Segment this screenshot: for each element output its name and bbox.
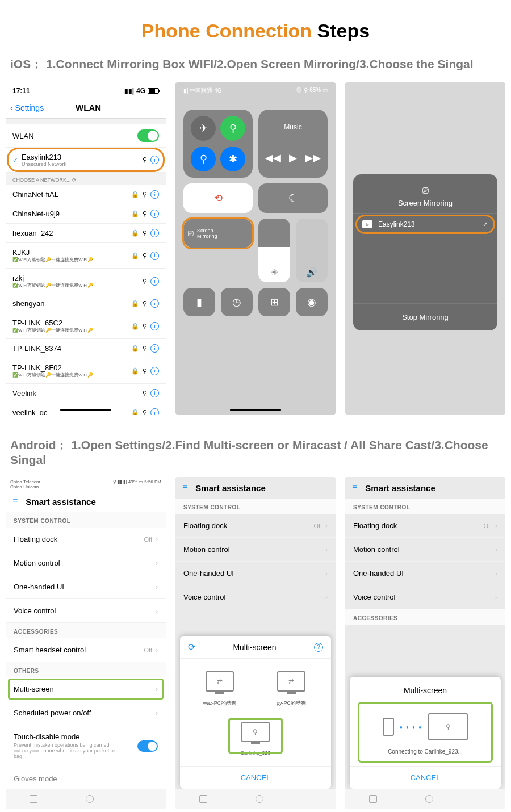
setting-item[interactable]: Gloves mode xyxy=(6,767,166,791)
info-icon[interactable]: i xyxy=(150,252,159,260)
setting-item[interactable]: Motion control› xyxy=(6,551,166,575)
info-icon[interactable]: i xyxy=(150,190,159,199)
setting-item[interactable]: Touch-disable modePrevent mistaken opera… xyxy=(6,725,166,767)
tv-icon: ⚲ xyxy=(428,713,468,740)
volume-slider[interactable]: 🔊 xyxy=(296,219,328,282)
menu-icon[interactable]: ≡ xyxy=(352,483,357,493)
section-header: SYSTEM CONTROL xyxy=(6,512,166,528)
info-icon[interactable]: i xyxy=(150,367,159,375)
menu-icon[interactable]: ≡ xyxy=(182,483,187,493)
device-item[interactable]: ⚲Carlinke_923 xyxy=(225,716,287,759)
calculator-icon[interactable]: ⊞ xyxy=(258,288,290,316)
toggle[interactable] xyxy=(137,740,158,752)
wifi-icon: ⚲ xyxy=(143,191,147,198)
page-title: Phone Connection Steps xyxy=(6,20,505,42)
lock-icon: 🔒 xyxy=(131,229,139,237)
status-bar: China TelecomChina Unicom ⚲ ▮▮ ▮| 43% ▭ … xyxy=(6,477,166,491)
mirror-icon: ⎚ xyxy=(353,185,497,196)
timer-icon[interactable]: ◷ xyxy=(221,288,253,316)
ios-wlan-screen: 17:11 ▮▮|4G ‹ Settings WLAN WLAN ✓ Easyl… xyxy=(6,82,166,415)
bluetooth-icon[interactable]: ✱ xyxy=(220,147,245,171)
network-item[interactable]: ChinaNet-fiAL🔒⚲i xyxy=(6,185,166,204)
status-bar: 17:11 ▮▮|4G xyxy=(6,82,166,99)
menu-icon[interactable]: ≡ xyxy=(12,496,18,507)
wifi-icon: ⚲ xyxy=(143,367,147,375)
network-item[interactable]: rzkj✅WiFi万能钥匙🔑一键连接免费WiFi🔑⚲i xyxy=(6,269,166,294)
network-item[interactable]: TP-LINK_8374🔒⚲i xyxy=(6,339,166,358)
section-header: OTHERS xyxy=(6,662,166,677)
info-icon[interactable]: i xyxy=(150,210,159,218)
network-item[interactable]: TP-LINK_8F02✅WiFi万能钥匙🔑一键连接免费WiFi🔑🔒⚲i xyxy=(6,358,166,384)
cancel-button[interactable]: CANCEL xyxy=(180,766,331,789)
info-icon[interactable]: i xyxy=(150,344,159,353)
brightness-slider[interactable]: ☀ xyxy=(258,219,290,282)
brightness-icon: ☀ xyxy=(270,267,278,278)
choose-network-header: CHOOSE A NETWORK... ⟳ xyxy=(6,173,166,185)
info-icon[interactable]: i xyxy=(150,277,159,286)
network-item[interactable]: hexuan_242🔒⚲i xyxy=(6,224,166,243)
android-multiscreen-picker: ≡ Smart assistance SYSTEM CONTROLFloatin… xyxy=(175,477,336,809)
android-row: China TelecomChina Unicom ⚲ ▮▮ ▮| 43% ▭ … xyxy=(6,477,505,809)
info-icon[interactable]: i xyxy=(150,299,159,308)
lock-icon: 🔒 xyxy=(131,191,139,198)
play-icon[interactable]: ▶ xyxy=(289,152,297,164)
music-block[interactable]: Music ◀◀▶▶▶ xyxy=(258,110,328,178)
mirror-title: Screen Mirroring xyxy=(353,199,497,207)
connected-network[interactable]: ✓ Easylink213Unsecured Network ⚲i xyxy=(6,148,166,173)
setting-item[interactable]: Scheduled power on/off› xyxy=(6,701,166,725)
refresh-icon[interactable]: ⟳ xyxy=(188,642,195,652)
info-icon[interactable]: i xyxy=(150,322,159,330)
wifi-icon: ⚲ xyxy=(143,409,147,415)
spinner-icon: ⟳ xyxy=(72,177,77,183)
prev-icon[interactable]: ◀◀ xyxy=(265,152,281,164)
stop-mirroring-button[interactable]: Stop Mirroring xyxy=(353,303,497,330)
android-navbar[interactable] xyxy=(175,789,336,809)
info-icon[interactable]: i xyxy=(150,389,159,397)
airplane-icon[interactable]: ✈ xyxy=(191,116,216,141)
android-navbar[interactable] xyxy=(6,789,166,809)
next-icon[interactable]: ▶▶ xyxy=(305,152,321,164)
screen-mirroring-button[interactable]: ⎚ Screen Mirroring xyxy=(183,219,253,248)
help-icon[interactable]: ? xyxy=(314,643,323,652)
setting-item[interactable]: Floating dockOff› xyxy=(6,528,166,551)
network-item[interactable]: Veelink⚲i xyxy=(6,384,166,403)
camera-icon[interactable]: ◉ xyxy=(296,288,328,316)
recent-icon xyxy=(30,795,37,803)
network-item[interactable]: KJKJ✅WiFi万能钥匙🔑一键连接免费WiFi🔑🔒⚲i xyxy=(6,243,166,269)
dnd-icon[interactable]: ☾ xyxy=(258,183,328,213)
wifi-icon[interactable]: ⚲ xyxy=(191,147,216,171)
mirror-device[interactable]: tv Easylink213 ✓ xyxy=(353,213,497,235)
home-indicator xyxy=(230,409,281,411)
info-icon[interactable]: i xyxy=(150,408,159,415)
android-navbar[interactable] xyxy=(345,789,505,809)
lock-icon: 🔒 xyxy=(131,345,139,352)
network-item[interactable]: shengyan🔒⚲i xyxy=(6,294,166,313)
connectivity-block[interactable]: ✈ ⚲ ⚲ ✱ xyxy=(183,110,253,178)
wifi-icon: ⚲ xyxy=(143,323,147,330)
network-item[interactable]: ChinaNet-u9j9🔒⚲i xyxy=(6,204,166,224)
flashlight-icon[interactable]: ▮ xyxy=(183,288,215,316)
setting-item[interactable]: One-handed UI› xyxy=(6,575,166,599)
setting-item[interactable]: Voice control› xyxy=(6,599,166,623)
rotation-lock-icon[interactable]: ⟲ xyxy=(183,183,253,213)
ios-row: 17:11 ▮▮|4G ‹ Settings WLAN WLAN ✓ Easyl… xyxy=(6,82,505,415)
wlan-toggle-row[interactable]: WLAN xyxy=(6,124,166,148)
info-icon[interactable]: i xyxy=(150,156,159,164)
lock-icon: 🔒 xyxy=(131,367,139,375)
setting-item[interactable]: Multi-screen› xyxy=(6,677,166,701)
network-item[interactable]: TP-LINK_65C2✅WiFi万能钥匙🔑一键连接免费WiFi🔑🔒⚲i xyxy=(6,313,166,339)
device-item[interactable]: ⇄waz-PC的酷狗 xyxy=(189,665,251,710)
setting-item[interactable]: Smart headset controlOff› xyxy=(6,638,166,662)
phone-icon xyxy=(383,718,394,736)
android-settings-screen: China TelecomChina Unicom ⚲ ▮▮ ▮| 43% ▭ … xyxy=(6,477,166,809)
android-heading: Android： 1.Open Settings/2.Find Multi-sc… xyxy=(10,437,501,467)
check-icon: ✓ xyxy=(483,220,488,228)
device-item[interactable]: ⇄py-PC的酷狗 xyxy=(261,665,322,710)
info-icon[interactable]: i xyxy=(150,229,159,237)
mirror-icon: ⎚ xyxy=(188,228,194,238)
wifi-icon: ⚲ xyxy=(143,210,147,217)
cancel-button[interactable]: CANCEL xyxy=(350,766,501,789)
wlan-toggle[interactable] xyxy=(137,129,159,142)
cellular-icon[interactable]: ⚲ xyxy=(220,116,245,141)
lock-icon: 🔒 xyxy=(131,252,139,259)
